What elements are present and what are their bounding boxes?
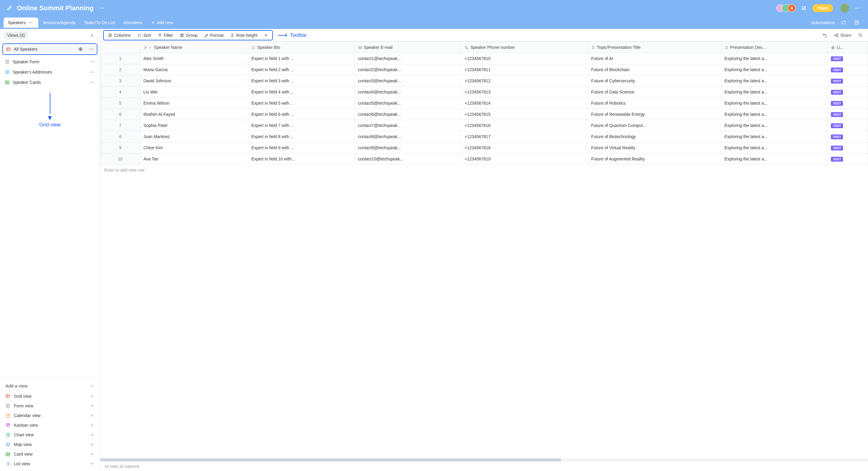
cell-email[interactable]: contact1@techspeak... xyxy=(355,53,461,64)
cell-description[interactable]: Exploring the latest a... xyxy=(721,131,828,142)
user-avatar[interactable] xyxy=(840,4,849,13)
visit-badge[interactable]: VISIT xyxy=(831,134,843,139)
column-header[interactable]: Speaker Phone number xyxy=(461,42,588,53)
visit-badge[interactable]: VISIT xyxy=(831,146,843,151)
visit-badge[interactable]: VISIT xyxy=(831,101,843,106)
horizontal-scrollbar[interactable] xyxy=(100,458,868,461)
cell-email[interactable]: contact8@techspeak... xyxy=(355,131,461,142)
view-item[interactable]: Speaker Form xyxy=(0,57,100,67)
cell-email[interactable]: contact7@techspeak... xyxy=(355,120,461,131)
toolbar-add-button[interactable] xyxy=(261,32,271,39)
cell-name[interactable]: Juan Martinez xyxy=(140,131,248,142)
cell-topic[interactable]: Future of Virtual Reality xyxy=(588,142,721,154)
cell-name[interactable]: Liu Wei xyxy=(140,87,248,98)
cell-link[interactable]: VISIT xyxy=(828,109,868,120)
add-new-tab[interactable]: Add new xyxy=(147,18,177,28)
column-header[interactable]: Topic/Presentation Title xyxy=(588,42,721,53)
add-view-option[interactable]: Card view xyxy=(0,449,100,459)
sort-button[interactable]: Sort xyxy=(134,31,154,39)
group-button[interactable]: Group xyxy=(177,31,200,39)
add-view-option[interactable]: Form view xyxy=(0,401,100,411)
visit-badge[interactable]: VISIT xyxy=(831,112,843,117)
visit-badge[interactable]: VISIT xyxy=(831,67,843,72)
cell-topic[interactable]: Future of Cybersecurity xyxy=(588,75,721,87)
cell-phone[interactable]: +1234567817 xyxy=(461,131,588,142)
tab-attendees[interactable]: Attendees xyxy=(119,18,147,28)
cell-topic[interactable]: Future of Quantum Comput... xyxy=(588,120,721,131)
cell-email[interactable]: contact6@techspeak... xyxy=(355,109,461,120)
column-header[interactable]: Li... xyxy=(828,42,868,53)
table-row[interactable]: 8Juan MartinezExpert in field 8 with ...… xyxy=(100,131,868,142)
tab-tasks[interactable]: Tasks/To-Do List xyxy=(80,18,119,28)
cell-bio[interactable]: Expert in field 8 with ... xyxy=(248,131,355,142)
cell-bio[interactable]: Expert in field 9 with ... xyxy=(248,142,355,154)
cell-phone[interactable]: +1234567815 xyxy=(461,109,588,120)
cell-name[interactable]: David Johnson xyxy=(140,75,248,87)
cell-description[interactable]: Exploring the latest a... xyxy=(721,53,828,64)
cell-description[interactable]: Exploring the latest a... xyxy=(721,142,828,154)
cell-email[interactable]: contact4@techspeak... xyxy=(355,87,461,98)
cell-phone[interactable]: +1234567816 xyxy=(461,120,588,131)
team-badge[interactable]: Team xyxy=(812,4,833,12)
cell-description[interactable]: Exploring the latest a... xyxy=(721,87,828,98)
cell-phone[interactable]: +1234567812 xyxy=(461,75,588,87)
cell-name[interactable]: Sophia Patel xyxy=(140,120,248,131)
column-header[interactable]: Presentation Des... xyxy=(721,42,828,53)
visit-badge[interactable]: VISIT xyxy=(831,157,843,162)
cell-phone[interactable]: +1234567811 xyxy=(461,64,588,75)
table-row[interactable]: 5Emma WilsonExpert in field 5 with ...co… xyxy=(100,98,868,109)
view-menu-icon[interactable] xyxy=(90,80,95,85)
extensions-icon[interactable] xyxy=(799,4,808,13)
add-view-option[interactable]: Map view xyxy=(0,440,100,449)
column-header[interactable]: Speaker Bio xyxy=(248,42,355,53)
cell-bio[interactable]: Expert in field 6 with ... xyxy=(248,109,355,120)
cell-link[interactable]: VISIT xyxy=(828,142,868,154)
cell-description[interactable]: Exploring the latest a... xyxy=(721,75,828,87)
cell-description[interactable]: Exploring the latest a... xyxy=(721,120,828,131)
view-item[interactable]: Speaker's Addresses xyxy=(0,67,100,77)
table-row[interactable]: 4Liu WeiExpert in field 4 with ...contac… xyxy=(100,87,868,98)
cell-description[interactable]: Exploring the latest a... xyxy=(721,98,828,109)
row-height-button[interactable]: Row height xyxy=(227,31,260,39)
cell-link[interactable]: VISIT xyxy=(828,154,868,165)
table-row[interactable]: 7Sophia PatelExpert in field 7 with ...c… xyxy=(100,120,868,131)
cell-email[interactable]: contact9@techspeak... xyxy=(355,142,461,154)
view-menu-icon[interactable] xyxy=(89,47,94,52)
visit-badge[interactable]: VISIT xyxy=(831,79,843,84)
cell-email[interactable]: contact3@techspeak... xyxy=(355,75,461,87)
view-item-all-speakers[interactable]: All Speakers xyxy=(5,45,94,53)
cell-phone[interactable]: +1234567813 xyxy=(461,87,588,98)
cell-link[interactable]: VISIT xyxy=(828,87,868,98)
cell-email[interactable]: contact2@techspeak... xyxy=(355,64,461,75)
cell-phone[interactable]: +1234567814 xyxy=(461,98,588,109)
cell-topic[interactable]: Future of Renewable Energy xyxy=(588,109,721,120)
cell-link[interactable]: VISIT xyxy=(828,131,868,142)
automations-link[interactable]: Automations xyxy=(811,20,835,25)
views-count[interactable]: Views (4) xyxy=(4,32,28,39)
undo-button[interactable] xyxy=(821,31,829,39)
comments-icon[interactable] xyxy=(839,18,848,27)
view-item[interactable]: Speaker Cards xyxy=(0,77,100,88)
collaborator-avatars[interactable]: A xyxy=(778,4,796,12)
add-view-header[interactable]: Add a view xyxy=(0,380,100,391)
cell-bio[interactable]: Expert in field 5 with ... xyxy=(248,98,355,109)
cell-phone[interactable]: +1234567819 xyxy=(461,154,588,165)
cell-name[interactable]: Alex Smith xyxy=(140,53,248,64)
cell-topic[interactable]: Future of Data Science xyxy=(588,87,721,98)
cell-topic[interactable]: Future of Augmented Reality xyxy=(588,154,721,165)
filter-button[interactable]: Filter xyxy=(155,31,176,39)
add-view-option[interactable]: Calendar view xyxy=(0,411,100,420)
table-row[interactable]: 6Ibrahim Al FayedExpert in field 6 with … xyxy=(100,109,868,120)
cell-bio[interactable]: Expert in field 1 with ... xyxy=(248,53,355,64)
tab-menu-icon[interactable] xyxy=(27,21,34,25)
cell-description[interactable]: Exploring the latest a... xyxy=(721,64,828,75)
collapse-sidebar-icon[interactable] xyxy=(88,32,96,39)
cell-bio[interactable]: Expert in field 3 with ... xyxy=(248,75,355,87)
cell-topic[interactable]: Future of AI xyxy=(588,53,721,64)
data-grid[interactable]: Speaker NameSpeaker BioSpeaker E-mailSpe… xyxy=(100,42,868,458)
format-button[interactable]: Format xyxy=(201,31,226,39)
tab-sessions[interactable]: Sessions/Agenda xyxy=(38,18,80,28)
table-row[interactable]: 9Chloe KimExpert in field 9 with ...cont… xyxy=(100,142,868,154)
table-row[interactable]: 1Alex SmithExpert in field 1 with ...con… xyxy=(100,53,868,64)
add-view-option[interactable]: Grid view xyxy=(0,391,100,401)
